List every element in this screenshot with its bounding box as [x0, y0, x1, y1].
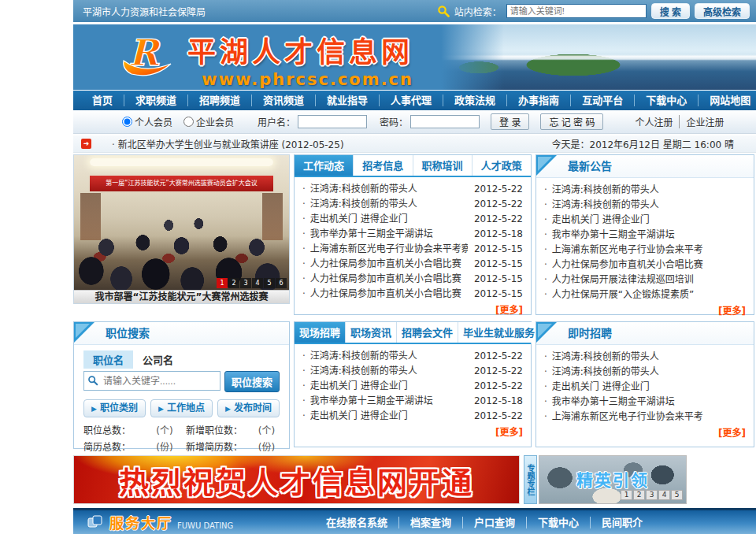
- personal-register-link[interactable]: 个人注册: [628, 115, 679, 128]
- filter-publish-time[interactable]: ▶发布时间: [217, 399, 280, 417]
- list-item[interactable]: 走出机关门 进得企业门: [544, 380, 746, 395]
- photo-page-2[interactable]: 2: [228, 278, 239, 288]
- tab-work-news[interactable]: 工作动态: [295, 155, 354, 176]
- news-item[interactable]: 汪鸿涛:科技创新的带头人2012-5-22: [302, 197, 523, 212]
- news-item[interactable]: 我市举办第十三期金平湖讲坛2012-5-18: [302, 227, 523, 242]
- more-link[interactable]: [更多]: [536, 302, 754, 319]
- filter-work-location[interactable]: ▶工作地点: [150, 399, 213, 417]
- corner-ribbon-icon: [74, 322, 94, 343]
- nav-item-recruitment[interactable]: 招聘频道: [187, 95, 251, 106]
- news-item[interactable]: 走出机关门 进得企业门2012-5-22: [302, 212, 523, 227]
- list-item[interactable]: 汪鸿涛:科技创新的带头人: [544, 198, 746, 213]
- nav-item-policies[interactable]: 政策法规: [443, 95, 506, 106]
- password-field[interactable]: [410, 115, 480, 128]
- special-page-4[interactable]: 4: [658, 490, 670, 500]
- news-item[interactable]: 人力社保局参加市直机关小合唱比赛2012-5-15: [302, 257, 523, 272]
- meeting-photo[interactable]: 第一届“江苏技能状元”大赛常州选拔赛动员会扩大会议 1 2 3 4 5 6: [74, 155, 289, 290]
- member-type-personal[interactable]: 个人会员: [122, 115, 172, 128]
- more-link[interactable]: [更多]: [536, 425, 754, 441]
- ticker-news-link[interactable]: 新北区举办大学生创业与就业政策讲座 (2012-05-25): [112, 137, 552, 150]
- member-type-company[interactable]: 企业会员: [183, 115, 234, 128]
- news-item[interactable]: 上海浦东新区光电子行业协会来平考察2012-5-15: [302, 242, 523, 257]
- special-page-1[interactable]: 1: [621, 490, 632, 500]
- company-register-link[interactable]: 企业注册: [679, 115, 730, 128]
- list-item[interactable]: 人力社保局参加市直机关小合唱比赛: [544, 258, 746, 273]
- news-item[interactable]: 人力社保局参加市直机关小合唱比赛2012-5-15: [302, 272, 523, 287]
- company-member-radio[interactable]: [183, 117, 194, 127]
- nav-item-home[interactable]: 首页: [81, 95, 124, 106]
- news-item[interactable]: 走出机关门 进得企业门2012-5-22: [302, 379, 523, 394]
- filter-job-category[interactable]: ▶职位类别: [83, 399, 146, 417]
- special-column-banner[interactable]: 精英引领 1 2 3 4 5: [539, 455, 687, 504]
- news-item[interactable]: 走出机关门 进得企业门2012-5-22: [302, 409, 523, 424]
- tab-career-info[interactable]: 职场资讯: [346, 322, 397, 343]
- photo-page-1[interactable]: 1: [217, 278, 228, 288]
- advanced-search-button[interactable]: 高级检索: [695, 3, 750, 19]
- news-item[interactable]: 汪鸿涛:科技创新的带头人2012-5-22: [302, 364, 523, 379]
- footer-link-private-agency[interactable]: 民间职介: [590, 517, 654, 528]
- username-field[interactable]: [298, 115, 367, 128]
- tab-graduate-service[interactable]: 毕业生就业服务: [458, 322, 539, 343]
- photo-page-6[interactable]: 6: [276, 278, 287, 288]
- list-item[interactable]: 上海浦东新区光电子行业协会来平考: [544, 243, 746, 258]
- tab-company-name[interactable]: 公司名: [133, 350, 183, 369]
- tab-title-training[interactable]: 职称培训: [413, 155, 472, 176]
- more-link[interactable]: [更多]: [295, 424, 531, 440]
- site-search-input[interactable]: [506, 4, 647, 18]
- top-bar: 平湖市人力资源和社会保障局 站内检索： 搜 索 高级检索: [73, 0, 756, 22]
- tab-position-name[interactable]: 职位名: [83, 350, 133, 369]
- list-item[interactable]: 上海浦东新区光电子行业协会来平考: [544, 410, 746, 425]
- service-hall-title: 服务大厅: [109, 512, 172, 532]
- news-item[interactable]: 人力社保局参加市直机关小合唱比赛2012-5-15: [302, 287, 523, 302]
- job-keyword-input[interactable]: [83, 371, 220, 391]
- tab-jobfair-files[interactable]: 招聘会文件: [397, 322, 458, 343]
- site-search-button[interactable]: 搜 索: [651, 3, 690, 19]
- news-item[interactable]: 我市举办第十三期金平湖讲坛2012-5-18: [302, 394, 523, 409]
- special-page-3[interactable]: 3: [646, 490, 658, 500]
- forgot-password-button[interactable]: 忘 记 密 码: [540, 113, 603, 130]
- job-search-button[interactable]: 职位搜索: [224, 371, 280, 392]
- list-item[interactable]: 汪鸿涛:科技创新的带头人: [544, 350, 746, 365]
- list-item[interactable]: 走出机关门 进得企业门: [544, 213, 746, 228]
- job-search-row: 职位搜索: [83, 371, 280, 392]
- special-page-5[interactable]: 5: [671, 490, 683, 500]
- news-item[interactable]: 汪鸿涛:科技创新的带头人2012-5-22: [302, 182, 523, 197]
- list-item[interactable]: 人力社保局开展“入企锻炼提素质”: [544, 287, 746, 302]
- search-icon: [87, 375, 98, 386]
- job-search-title: 职位搜索: [106, 322, 150, 345]
- nav-item-sitemap[interactable]: 网站地图: [698, 95, 756, 106]
- footer-link-hukou-query[interactable]: 户口查询: [462, 517, 526, 528]
- tab-onsite-recruit[interactable]: 现场招聘: [295, 322, 346, 343]
- photo-page-5[interactable]: 5: [264, 278, 275, 288]
- login-button[interactable]: 登 录: [491, 113, 529, 130]
- nav-item-employment-guidance[interactable]: 就业指导: [315, 95, 379, 106]
- list-item[interactable]: 人力社保局开展法律法规巡回培训: [544, 273, 746, 287]
- nav-item-job-seeking[interactable]: 求职频道: [124, 95, 187, 106]
- special-page-2[interactable]: 2: [633, 490, 645, 500]
- personal-member-radio[interactable]: [122, 117, 132, 127]
- photo-page-3[interactable]: 3: [240, 278, 251, 288]
- list-item[interactable]: 汪鸿涛:科技创新的带头人: [544, 365, 746, 380]
- nav-item-download-center[interactable]: 下载中心: [634, 95, 698, 106]
- new-jobs-value: (个): [254, 423, 280, 439]
- nav-item-service-guide[interactable]: 办事指南: [506, 95, 570, 106]
- special-column-strip[interactable]: 专题专栏: [524, 455, 537, 504]
- list-item[interactable]: 我市举办第十三期金平湖讲坛: [544, 228, 746, 243]
- tab-talent-policy[interactable]: 人才政策: [472, 155, 531, 176]
- news-item[interactable]: 汪鸿涛:科技创新的带头人2012-5-22: [302, 349, 523, 364]
- promo-banner[interactable]: 热烈祝贺人才信息网开通: [73, 455, 520, 504]
- footer-link-archive-query[interactable]: 档案查询: [398, 517, 462, 528]
- photo-page-4[interactable]: 4: [252, 278, 263, 288]
- nav-item-hr-agency[interactable]: 人事代理: [379, 95, 443, 106]
- org-name: 平湖市人力资源和社会保障局: [83, 5, 437, 18]
- nav-item-information[interactable]: 资讯频道: [251, 95, 315, 106]
- nav-item-interactive-platform[interactable]: 互动平台: [570, 95, 634, 106]
- list-item[interactable]: 汪鸿涛:科技创新的带头人: [544, 183, 746, 198]
- footer-link-download-center[interactable]: 下载中心: [526, 517, 590, 528]
- site-logo-icon: R: [119, 32, 182, 84]
- footer-link-online-registration[interactable]: 在线报名系统: [315, 517, 398, 528]
- list-item[interactable]: 我市举办第十三期金平湖讲坛: [544, 395, 746, 410]
- tab-exam-info[interactable]: 招考信息: [354, 155, 413, 176]
- photo-caption-link[interactable]: 我市部署“江苏技能状元”大赛常州选拔赛: [74, 290, 289, 303]
- more-link[interactable]: [更多]: [295, 302, 531, 318]
